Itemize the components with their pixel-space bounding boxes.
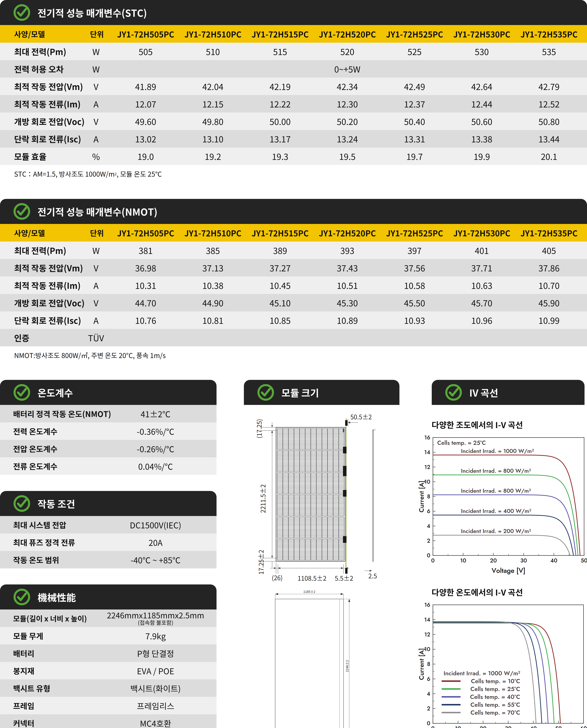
svg-text:10: 10 <box>460 556 466 565</box>
svg-text:Current [A]: Current [A] <box>417 481 426 513</box>
svg-text:0: 0 <box>431 724 435 728</box>
svg-text:Incident Irrad. = 1000 W/m²: Incident Irrad. = 1000 W/m² <box>444 669 520 678</box>
svg-text:Cells temp. = 70°C: Cells temp. = 70°C <box>471 708 520 717</box>
svg-text:12: 12 <box>424 463 430 471</box>
svg-text:16: 16 <box>424 433 430 441</box>
svg-text:14: 14 <box>424 448 430 456</box>
svg-text:(17.25): (17.25) <box>255 419 263 438</box>
svg-text:Cells temp. = 40°C: Cells temp. = 40°C <box>470 692 520 701</box>
svg-text:20: 20 <box>490 556 497 565</box>
svg-text:Incident Irrad. = 400 W/m²: Incident Irrad. = 400 W/m² <box>461 507 531 515</box>
svg-text:50: 50 <box>581 556 587 565</box>
svg-text:(26): (26) <box>272 573 283 582</box>
svg-text:2211.5±2: 2211.5±2 <box>258 484 267 513</box>
svg-text:16: 16 <box>424 601 430 609</box>
svg-text:0: 0 <box>427 719 430 727</box>
svg-text:1108.5±2: 1108.5±2 <box>298 573 326 583</box>
svg-text:2: 2 <box>427 704 430 712</box>
svg-text:Cells temp. = 25°C: Cells temp. = 25°C <box>470 685 520 693</box>
svg-text:12: 12 <box>424 631 430 638</box>
svg-text:40: 40 <box>530 724 537 728</box>
svg-text:2.5: 2.5 <box>368 571 377 580</box>
svg-text:14: 14 <box>424 616 430 623</box>
svg-text:60: 60 <box>580 724 587 728</box>
svg-text:2246±2: 2246±2 <box>345 660 349 672</box>
svg-text:Cells temp. = 10°C: Cells temp. = 10°C <box>471 677 520 685</box>
svg-text:50.5±2: 50.5±2 <box>350 412 372 421</box>
svg-text:Voltage [V]: Voltage [V] <box>492 566 525 575</box>
svg-text:2: 2 <box>427 537 430 545</box>
svg-text:Incident Irrad. = 800 W/m²: Incident Irrad. = 800 W/m² <box>461 467 531 475</box>
svg-text:6: 6 <box>427 507 430 515</box>
svg-text:5.5±2: 5.5±2 <box>335 573 353 583</box>
svg-text:8: 8 <box>427 493 430 500</box>
svg-text:6: 6 <box>427 675 430 683</box>
svg-text:40: 40 <box>550 556 557 565</box>
svg-text:50: 50 <box>555 724 562 728</box>
svg-text:Current [A]: Current [A] <box>417 648 426 680</box>
svg-text:Incident Irrad. = 800 W/m²: Incident Irrad. = 800 W/m² <box>461 486 531 495</box>
svg-text:20: 20 <box>480 724 487 728</box>
svg-text:Incident Irrad. = 200 W/m²: Incident Irrad. = 200 W/m² <box>461 527 531 535</box>
svg-text:Cells temp. = 25°C: Cells temp. = 25°C <box>437 438 486 447</box>
svg-text:17.25±2: 17.25±2 <box>256 550 265 574</box>
svg-text:Incident Irrad. = 1000 W/m²: Incident Irrad. = 1000 W/m² <box>461 447 534 455</box>
svg-text:0: 0 <box>427 551 430 560</box>
svg-text:8: 8 <box>427 660 430 668</box>
svg-text:30: 30 <box>520 556 527 565</box>
svg-text:10: 10 <box>455 724 461 728</box>
svg-text:30: 30 <box>505 724 512 728</box>
svg-text:4: 4 <box>427 522 430 530</box>
svg-text:0: 0 <box>431 556 435 565</box>
svg-text:1185±2: 1185±2 <box>303 589 315 594</box>
svg-text:4: 4 <box>427 690 430 698</box>
svg-text:Cells temp. = 55°C: Cells temp. = 55°C <box>470 700 520 709</box>
